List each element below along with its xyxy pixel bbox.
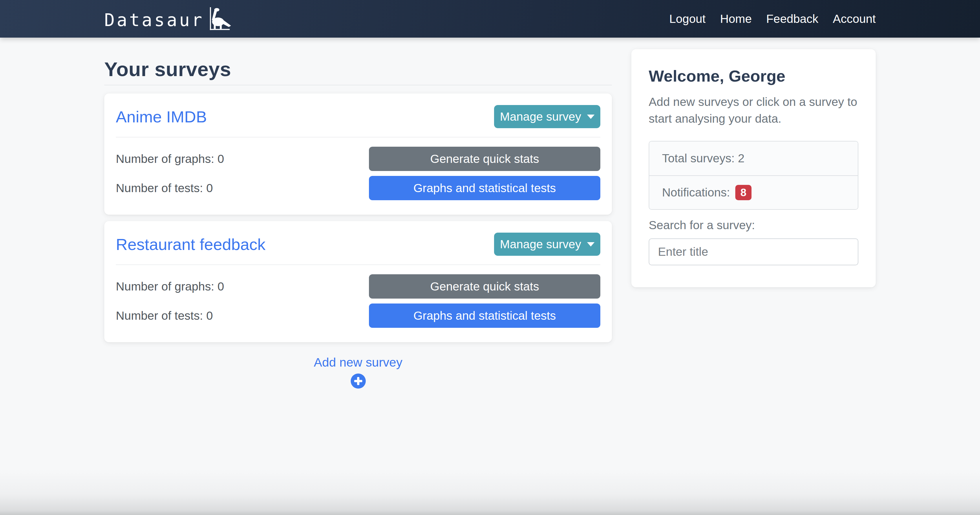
search-survey-label: Search for a survey: bbox=[649, 219, 858, 232]
add-survey-plus-icon[interactable] bbox=[351, 374, 366, 388]
notifications-badge: 8 bbox=[735, 185, 752, 200]
generate-quick-stats-button[interactable]: Generate quick stats bbox=[369, 147, 600, 171]
caret-down-icon bbox=[587, 114, 595, 119]
bottom-page-shadow bbox=[0, 469, 980, 515]
manage-survey-button[interactable]: Manage survey bbox=[494, 105, 600, 128]
survey-title-link[interactable]: Restaurant feedback bbox=[116, 235, 266, 254]
nav-link-feedback[interactable]: Feedback bbox=[766, 13, 818, 25]
manage-survey-label: Manage survey bbox=[500, 238, 581, 251]
graphs-statistical-tests-button[interactable]: Graphs and statistical tests bbox=[369, 176, 600, 200]
brand-name: Datasaur bbox=[104, 11, 204, 33]
total-surveys-label: Total surveys: 2 bbox=[662, 152, 745, 165]
notifications-label: Notifications: bbox=[662, 186, 730, 199]
survey-title-link[interactable]: Anime IMDB bbox=[116, 107, 207, 126]
notifications-item: Notifications: 8 bbox=[649, 175, 858, 209]
welcome-description: Add new surveys or click on a survey to … bbox=[649, 93, 858, 127]
graphs-count-label: Number of graphs: 0 bbox=[116, 280, 224, 293]
surveys-column: Your surveys Anime IMDB Manage survey Nu… bbox=[104, 49, 612, 388]
main-content: Your surveys Anime IMDB Manage survey Nu… bbox=[0, 38, 980, 388]
datasaur-dinosaur-icon bbox=[205, 5, 235, 33]
total-surveys-item: Total surveys: 2 bbox=[649, 141, 858, 175]
tests-count-label: Number of tests: 0 bbox=[116, 181, 213, 195]
title-divider bbox=[104, 85, 612, 86]
add-new-survey-section: Add new survey bbox=[104, 355, 612, 388]
nav-links: Logout Home Feedback Account bbox=[669, 13, 876, 25]
navbar: Datasaur Logout Home Feedback Account bbox=[0, 0, 980, 38]
card-divider bbox=[116, 137, 600, 138]
generate-quick-stats-button[interactable]: Generate quick stats bbox=[369, 274, 600, 299]
caret-down-icon bbox=[587, 242, 595, 247]
welcome-heading: Welcome, George bbox=[649, 67, 858, 86]
welcome-card: Welcome, George Add new surveys or click… bbox=[631, 49, 876, 287]
add-new-survey-link[interactable]: Add new survey bbox=[314, 355, 402, 369]
nav-link-account[interactable]: Account bbox=[833, 13, 876, 25]
nav-link-logout[interactable]: Logout bbox=[669, 13, 705, 25]
nav-link-home[interactable]: Home bbox=[720, 13, 751, 25]
manage-survey-button[interactable]: Manage survey bbox=[494, 233, 600, 256]
graphs-statistical-tests-button[interactable]: Graphs and statistical tests bbox=[369, 304, 600, 328]
survey-card-anime-imdb: Anime IMDB Manage survey Number of graph… bbox=[104, 93, 612, 215]
graphs-count-label: Number of graphs: 0 bbox=[116, 152, 224, 166]
manage-survey-label: Manage survey bbox=[500, 110, 581, 124]
page-title: Your surveys bbox=[104, 58, 612, 81]
survey-card-restaurant-feedback: Restaurant feedback Manage survey Number… bbox=[104, 221, 612, 342]
tests-count-label: Number of tests: 0 bbox=[116, 309, 213, 323]
brand-logo[interactable]: Datasaur bbox=[104, 5, 235, 33]
search-survey-input[interactable] bbox=[649, 238, 858, 265]
stats-list: Total surveys: 2 Notifications: 8 bbox=[649, 141, 858, 210]
card-divider bbox=[116, 265, 600, 265]
sidebar-column: Welcome, George Add new surveys or click… bbox=[631, 49, 876, 287]
